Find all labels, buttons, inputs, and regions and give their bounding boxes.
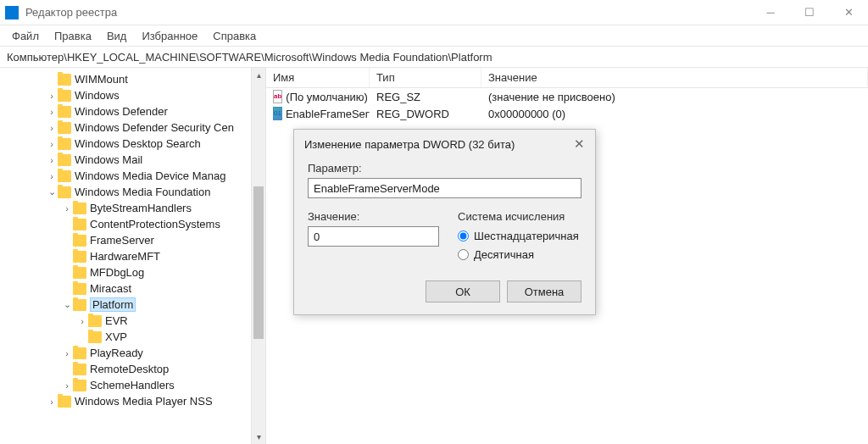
tree-item-label: Windows Media Foundation	[75, 186, 210, 198]
menubar: Файл Правка Вид Избранное Справка	[0, 25, 868, 46]
tree-item[interactable]: ⌄Platform	[0, 297, 265, 313]
folder-icon	[58, 186, 71, 198]
tree-item-label: Windows	[75, 89, 120, 102]
base-radio-group: Шестнадцатеричная Десятичная	[458, 226, 581, 264]
tree-item-label: Windows Mail	[75, 153, 142, 166]
list-row[interactable]: ab(По умолчанию)REG_SZ(значение не присв…	[266, 88, 868, 105]
chevron-right-icon[interactable]: ›	[46, 397, 58, 407]
tree-item-label: RemoteDesktop	[90, 363, 169, 375]
folder-icon	[58, 106, 71, 118]
dialog-title: Изменение параметра DWORD (32 бита)	[304, 138, 515, 151]
tree-item[interactable]: ›Windows Mail	[0, 152, 265, 168]
tree-scrollbar[interactable]: ▴ ▾	[251, 68, 265, 444]
chevron-right-icon[interactable]: ›	[61, 380, 73, 391]
edit-dword-dialog: Изменение параметра DWORD (32 бита) ✕ Па…	[293, 129, 596, 315]
radio-hex[interactable]: Шестнадцатеричная	[458, 226, 581, 245]
col-header-type[interactable]: Тип	[370, 68, 481, 87]
scroll-up-icon[interactable]: ▴	[252, 68, 265, 82]
chevron-right-icon[interactable]: ›	[76, 316, 88, 326]
tree-item-label: Windows Desktop Search	[75, 137, 201, 150]
window-controls: ─ ☐ ✕	[751, 0, 868, 25]
tree-item[interactable]: RemoteDesktop	[0, 361, 265, 377]
scroll-down-icon[interactable]: ▾	[252, 430, 265, 444]
chevron-right-icon[interactable]: ›	[46, 107, 58, 117]
tree-item[interactable]: XVP	[0, 329, 265, 345]
tree-item[interactable]: ›Windows Desktop Search	[0, 136, 265, 152]
chevron-right-icon[interactable]: ›	[46, 139, 58, 149]
base-label: Система исчисления	[458, 210, 581, 223]
tree-item[interactable]: ›SchemeHandlers	[0, 377, 265, 393]
param-input[interactable]	[308, 178, 581, 198]
tree-item-label: HardwareMFT	[90, 250, 160, 263]
chevron-right-icon[interactable]: ›	[46, 171, 58, 181]
list-header: Имя Тип Значение	[266, 68, 868, 88]
tree-item[interactable]: MFDbgLog	[0, 264, 265, 280]
folder-icon	[58, 396, 71, 408]
chevron-right-icon[interactable]: ›	[46, 155, 58, 165]
chevron-right-icon[interactable]: ›	[46, 123, 58, 133]
menu-edit[interactable]: Правка	[47, 28, 98, 44]
menu-favorites[interactable]: Избранное	[135, 28, 204, 44]
chevron-right-icon[interactable]: ›	[61, 203, 73, 214]
tree-item-label: MFDbgLog	[90, 266, 144, 279]
tree-item[interactable]: ›Windows Media Player NSS	[0, 393, 265, 409]
tree-item[interactable]: HardwareMFT	[0, 248, 265, 264]
folder-icon	[73, 267, 86, 279]
tree-item-label: ByteStreamHandlers	[90, 202, 192, 214]
tree-item[interactable]: ›Windows Defender Security Cen	[0, 119, 265, 136]
maximize-button[interactable]: ☐	[790, 0, 829, 25]
tree-item[interactable]: ›EVR	[0, 313, 265, 329]
tree-item-label: PlayReady	[90, 347, 143, 359]
radio-hex-input[interactable]	[458, 230, 469, 241]
tree-item[interactable]: ›PlayReady	[0, 345, 265, 361]
tree-item-label: Windows Defender	[75, 105, 168, 118]
tree-item-label: WIMMount	[75, 73, 128, 86]
tree-item[interactable]: ›ByteStreamHandlers	[0, 200, 265, 216]
tree-item[interactable]: ›Windows	[0, 87, 265, 103]
tree-item[interactable]: Miracast	[0, 280, 265, 297]
value-label: Значение:	[308, 210, 439, 223]
chevron-down-icon[interactable]: ⌄	[46, 186, 58, 197]
folder-icon	[73, 283, 86, 295]
tree-item-label: ContentProtectionSystems	[90, 218, 220, 230]
folder-icon	[73, 219, 86, 230]
tree-item-label: Windows Media Device Manag	[75, 169, 225, 182]
dialog-close-icon[interactable]: ✕	[574, 136, 585, 152]
col-header-value[interactable]: Значение	[481, 68, 868, 87]
chevron-right-icon[interactable]: ›	[61, 348, 73, 358]
tree-item[interactable]: WIMMount	[0, 71, 265, 87]
app-icon	[5, 6, 19, 19]
radio-dec[interactable]: Десятичная	[458, 245, 581, 264]
folder-icon	[58, 170, 71, 182]
minimize-button[interactable]: ─	[751, 0, 790, 25]
radio-dec-label: Десятичная	[474, 248, 534, 261]
tree-item[interactable]: ›Windows Media Device Manag	[0, 168, 265, 184]
ok-button[interactable]: ОК	[426, 280, 500, 302]
addressbar[interactable]: Компьютер\HKEY_LOCAL_MACHINE\SOFTWARE\Mi…	[0, 46, 868, 68]
menu-file[interactable]: Файл	[5, 28, 46, 44]
tree-item-label: Windows Media Player NSS	[75, 395, 213, 408]
dialog-titlebar: Изменение параметра DWORD (32 бита) ✕	[294, 130, 595, 158]
tree-item-label: SchemeHandlers	[90, 379, 175, 391]
folder-icon	[73, 251, 86, 263]
folder-icon	[73, 235, 86, 247]
chevron-down-icon[interactable]: ⌄	[61, 299, 73, 310]
cancel-button[interactable]: Отмена	[507, 280, 581, 302]
tree-item-label: Windows Defender Security Cen	[75, 121, 234, 134]
chevron-right-icon[interactable]: ›	[46, 91, 58, 101]
radio-dec-input[interactable]	[458, 249, 469, 260]
value-input[interactable]	[308, 226, 439, 247]
tree-item[interactable]: FrameServer	[0, 232, 265, 248]
tree-item[interactable]: ›Windows Defender	[0, 103, 265, 119]
tree-item[interactable]: ContentProtectionSystems	[0, 216, 265, 232]
scroll-thumb[interactable]	[253, 186, 264, 339]
titlebar: Редактор реестра ─ ☐ ✕	[0, 0, 868, 25]
tree-item[interactable]: ⌄Windows Media Foundation	[0, 184, 265, 200]
registry-tree[interactable]: WIMMount›Windows›Windows Defender›Window…	[0, 71, 265, 409]
col-header-name[interactable]: Имя	[266, 68, 370, 87]
close-button[interactable]: ✕	[829, 0, 868, 25]
tree-item-label: FrameServer	[90, 234, 154, 247]
list-row[interactable]: 01EnableFrameServ...REG_DWORD0x00000000 …	[266, 105, 868, 122]
menu-view[interactable]: Вид	[100, 28, 134, 44]
menu-help[interactable]: Справка	[206, 28, 263, 44]
